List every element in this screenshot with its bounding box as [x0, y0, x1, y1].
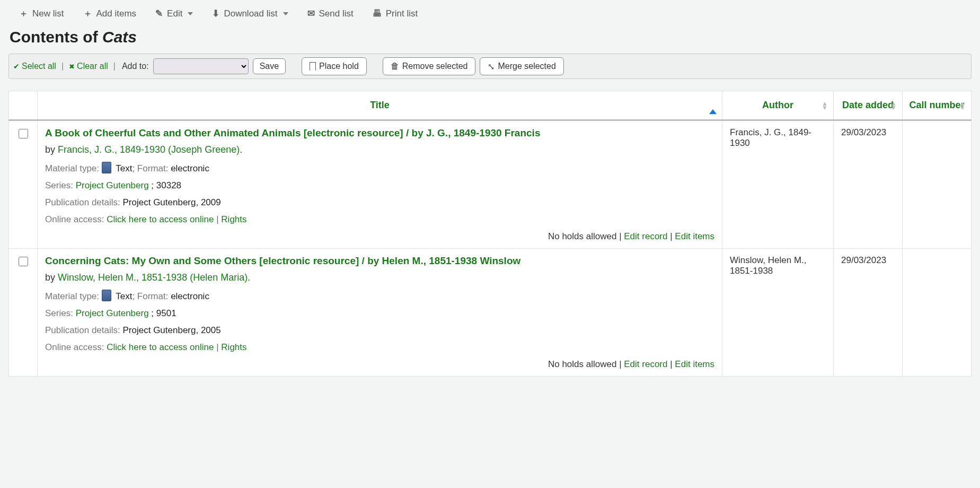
- title-cell: Concerning Cats: My Own and Some Others …: [38, 249, 722, 377]
- download-icon: ⬇: [212, 8, 219, 19]
- call-number-cell: [903, 120, 972, 249]
- clear-all-label: Clear all: [77, 62, 108, 71]
- edit-label: Edit: [167, 8, 182, 19]
- col-checkbox: [9, 91, 38, 120]
- col-call-number[interactable]: Call number ▲▼: [903, 91, 972, 120]
- merge-icon: ⤡: [488, 62, 495, 72]
- no-holds-text: No holds allowed: [548, 359, 616, 369]
- results-table: Title Author ▲▼ Date added ▲▼ Call numbe…: [8, 91, 972, 377]
- author-link[interactable]: Winslow, Helen M., 1851-1938 (Helen Mari…: [58, 272, 248, 283]
- sort-asc-icon: [709, 109, 717, 114]
- byline: by Winslow, Helen M., 1851-1938 (Helen M…: [45, 272, 714, 283]
- caret-down-icon: [188, 12, 193, 15]
- series-label: Series:: [45, 308, 73, 318]
- col-author[interactable]: Author ▲▼: [722, 91, 834, 120]
- separator: |: [667, 231, 675, 241]
- series-link[interactable]: Project Gutenberg: [76, 308, 149, 318]
- series-line: Series: Project Gutenberg ; 9501: [45, 308, 714, 319]
- col-title[interactable]: Title: [38, 91, 722, 120]
- record-title-link[interactable]: Concerning Cats: My Own and Some Others …: [45, 255, 714, 267]
- send-list-button[interactable]: ✉ Send list: [307, 8, 354, 19]
- semicolon: ;: [132, 163, 137, 173]
- sort-icon: ▲▼: [959, 101, 966, 110]
- online-access-line: Online access: Click here to access onli…: [45, 342, 714, 353]
- series-line: Series: Project Gutenberg ; 30328: [45, 180, 714, 191]
- top-toolbar: ＋ New list ＋ Add items ✎ Edit ⬇ Download…: [8, 4, 972, 27]
- plus-icon: ＋: [19, 7, 28, 20]
- row-checkbox[interactable]: [19, 257, 28, 266]
- table-row: A Book of Cheerful Cats and Other Animat…: [9, 120, 972, 249]
- record-title-link[interactable]: A Book of Cheerful Cats and Other Animat…: [45, 127, 714, 139]
- row-checkbox-cell: [9, 120, 38, 249]
- author-cell: Winslow, Helen M., 1851-1938: [722, 249, 834, 377]
- add-to-select[interactable]: [153, 58, 249, 74]
- download-label: Download list: [224, 8, 277, 19]
- book-icon: [102, 290, 111, 301]
- material-type-line: Material type: Text; Format: electronic: [45, 162, 714, 174]
- col-date-label: Date added: [842, 100, 894, 110]
- online-access-line: Online access: Click here to access onli…: [45, 214, 714, 225]
- separator: |: [214, 342, 221, 352]
- material-text: Text: [116, 163, 132, 173]
- caret-down-icon: [283, 12, 288, 15]
- clear-all-link[interactable]: Clear all: [69, 62, 108, 71]
- title-cell: A Book of Cheerful Cats and Other Animat…: [38, 120, 722, 249]
- merge-selected-button[interactable]: ⤡ Merge selected: [480, 57, 563, 75]
- edit-items-link[interactable]: Edit items: [675, 359, 714, 369]
- edit-items-link[interactable]: Edit items: [675, 231, 714, 241]
- online-access-link[interactable]: Click here to access online: [107, 342, 214, 352]
- online-access-label: Online access:: [45, 214, 104, 224]
- download-dropdown[interactable]: ⬇ Download list: [212, 8, 288, 19]
- edit-record-link[interactable]: Edit record: [624, 359, 667, 369]
- plus-icon: ＋: [83, 7, 92, 20]
- date-added-cell: 29/03/2023: [834, 120, 903, 249]
- sort-icon: ▲▼: [890, 101, 897, 110]
- format-value: electronic: [171, 163, 209, 173]
- remove-selected-button[interactable]: 🗑 Remove selected: [383, 57, 476, 75]
- row-actions: No holds allowed | Edit record | Edit it…: [45, 359, 714, 370]
- edit-dropdown[interactable]: ✎ Edit: [155, 8, 193, 19]
- row-actions: No holds allowed | Edit record | Edit it…: [45, 231, 714, 242]
- publication-label: Publication details:: [45, 325, 120, 335]
- save-button[interactable]: Save: [253, 58, 286, 74]
- material-type-line: Material type: Text; Format: electronic: [45, 290, 714, 302]
- publication-label: Publication details:: [45, 197, 120, 207]
- call-number-cell: [903, 249, 972, 377]
- format-value: electronic: [171, 291, 209, 301]
- page-title-prefix: Contents of: [10, 28, 102, 46]
- series-label: Series:: [45, 180, 73, 190]
- x-icon: [69, 62, 77, 71]
- page-title-name: Cats: [102, 28, 137, 46]
- period: .: [248, 272, 250, 283]
- online-access-link[interactable]: Click here to access online: [107, 214, 214, 224]
- online-access-label: Online access:: [45, 342, 104, 352]
- author-cell: Francis, J. G., 1849-1930: [722, 120, 834, 249]
- rights-link[interactable]: Rights: [221, 214, 246, 224]
- place-hold-button[interactable]: Place hold: [302, 57, 367, 75]
- period: .: [240, 144, 242, 155]
- series-link[interactable]: Project Gutenberg: [76, 180, 149, 190]
- col-date-added[interactable]: Date added ▲▼: [834, 91, 903, 120]
- send-label: Send list: [319, 8, 354, 19]
- trash-icon: 🗑: [391, 62, 399, 71]
- row-checkbox-cell: [9, 249, 38, 377]
- row-checkbox[interactable]: [19, 129, 28, 138]
- new-list-button[interactable]: ＋ New list: [19, 7, 64, 20]
- semicolon: ;: [132, 291, 137, 301]
- separator: |: [616, 231, 624, 241]
- add-items-button[interactable]: ＋ Add items: [83, 7, 137, 20]
- add-items-label: Add items: [96, 8, 137, 19]
- sort-icon: ▲▼: [822, 101, 828, 110]
- print-list-button[interactable]: 🖶 Print list: [373, 8, 418, 19]
- format-label: Format:: [137, 291, 169, 301]
- date-added-cell: 29/03/2023: [834, 249, 903, 377]
- author-link[interactable]: Francis, J. G., 1849-1930 (Joseph Greene…: [58, 144, 240, 155]
- rights-link[interactable]: Rights: [221, 342, 246, 352]
- material-text: Text: [116, 291, 132, 301]
- by-label: by: [45, 272, 58, 283]
- series-number: ; 30328: [151, 180, 181, 190]
- page-title: Contents of Cats: [10, 28, 972, 46]
- separator: |: [616, 359, 624, 369]
- select-all-link[interactable]: Select all: [13, 62, 56, 71]
- edit-record-link[interactable]: Edit record: [624, 231, 667, 241]
